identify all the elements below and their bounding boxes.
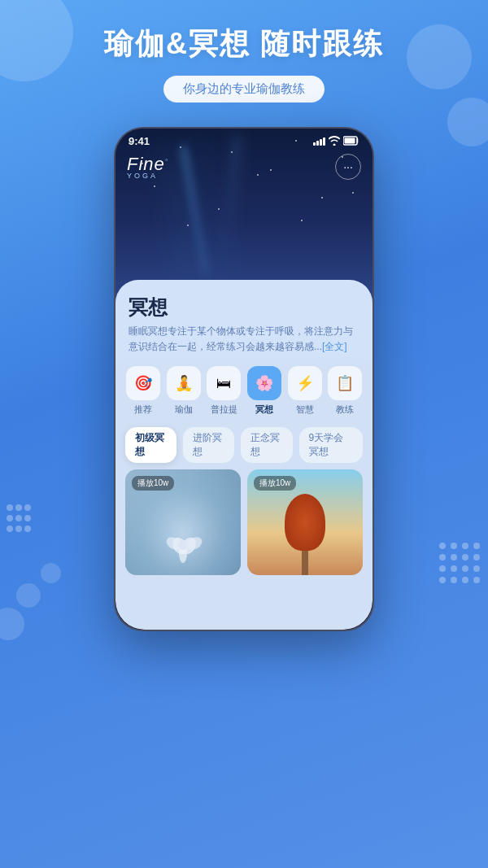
filter-tab-9天学会冥想[interactable]: 9天学会冥想 — [299, 427, 363, 463]
section-description: 睡眠冥想专注于某个物体或专注于呼吸，将注意力与意识结合在一起，经常练习会越来越容… — [129, 324, 359, 355]
category-item-智慧[interactable]: ⚡智慧 — [287, 366, 323, 416]
category-icon-智慧: ⚡ — [288, 366, 322, 400]
phone-frame: 9:41 — [114, 127, 374, 631]
tree-trunk — [302, 547, 308, 575]
wifi-icon — [329, 136, 340, 147]
phone-wrapper: 9:41 — [0, 127, 488, 631]
phone-header: Fine° YOGA ··· — [115, 150, 373, 186]
category-item-普拉提[interactable]: 🛏普拉提 — [206, 366, 242, 416]
logo: Fine° YOGA — [127, 154, 168, 180]
status-icons — [313, 136, 359, 147]
filter-tab-进阶冥想[interactable]: 进阶冥想 — [183, 427, 234, 463]
category-icon-教练: 📋 — [328, 366, 362, 400]
logo-brand: Fine° YOGA — [127, 154, 168, 180]
category-icon-瑜伽: 🧘 — [167, 366, 201, 400]
menu-button[interactable]: ··· — [335, 154, 361, 180]
svg-rect-1 — [345, 137, 355, 143]
categories-row: 🎯推荐🧘瑜伽🛏普拉提🌸冥想⚡智慧📋教练 — [115, 360, 373, 422]
tree-top — [285, 494, 325, 551]
read-more-link[interactable]: [全文] — [322, 341, 347, 352]
category-label-普拉提: 普拉提 — [211, 403, 237, 416]
section-title: 冥想 — [129, 294, 359, 321]
signal-icon — [313, 137, 325, 146]
category-label-冥想: 冥想 — [255, 403, 273, 416]
category-icon-推荐: 🎯 — [126, 366, 160, 400]
category-label-智慧: 智慧 — [296, 403, 314, 416]
content-card-2[interactable]: 播放10w — [247, 469, 363, 575]
category-label-推荐: 推荐 — [134, 403, 152, 416]
category-icon-普拉提: 🛏 — [207, 366, 241, 400]
content-card-1[interactable]: 播放10w — [125, 469, 241, 575]
battery-icon — [343, 136, 359, 147]
phone-content-card: 冥想 睡眠冥想专注于某个物体或专注于呼吸，将注意力与意识结合在一起，经常练习会越… — [115, 280, 373, 630]
category-item-推荐[interactable]: 🎯推荐 — [125, 366, 161, 416]
filter-tab-正念冥想[interactable]: 正念冥想 — [241, 427, 292, 463]
main-title: 瑜伽&冥想 随时跟练 — [0, 24, 488, 64]
content-cards-row: 播放10w 播放10w — [115, 469, 373, 575]
category-item-瑜伽[interactable]: 🧘瑜伽 — [166, 366, 202, 416]
category-item-冥想[interactable]: 🌸冥想 — [246, 366, 282, 416]
status-bar: 9:41 — [115, 129, 373, 150]
menu-dots-icon: ··· — [343, 160, 353, 173]
card-badge-2: 播放10w — [254, 476, 296, 491]
filter-tab-初级冥想[interactable]: 初级冥想 — [125, 427, 176, 463]
category-label-瑜伽: 瑜伽 — [175, 403, 193, 416]
subtitle-badge: 你身边的专业瑜伽教练 — [163, 76, 325, 103]
category-item-教练[interactable]: 📋教练 — [327, 366, 363, 416]
category-icon-冥想: 🌸 — [247, 366, 281, 400]
section-title-area: 冥想 睡眠冥想专注于某个物体或专注于呼吸，将注意力与意识结合在一起，经常练习会越… — [115, 280, 373, 360]
filter-tabs-row: 初级冥想进阶冥想正念冥想9天学会冥想 — [115, 422, 373, 469]
category-label-教练: 教练 — [336, 403, 354, 416]
top-section: 瑜伽&冥想 随时跟练 你身边的专业瑜伽教练 — [0, 0, 488, 103]
card-badge-1: 播放10w — [132, 476, 174, 491]
status-time: 9:41 — [129, 135, 150, 147]
